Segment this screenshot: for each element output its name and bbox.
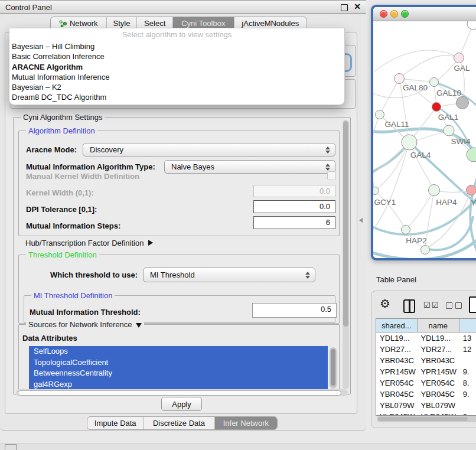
table-cell: 9. [459, 390, 476, 399]
algorithm-option[interactable]: Dream8 DC_TDC Algorithm [9, 92, 344, 102]
algorithm-option[interactable]: Mutual Information Inference [9, 72, 344, 82]
network-node-gal10[interactable] [430, 78, 439, 87]
network-node-gal[interactable] [454, 53, 464, 63]
settings-group-title: Cyni Algorithm Settings [21, 113, 105, 122]
table-cell: 13 [459, 334, 476, 343]
network-edge [406, 190, 434, 230]
scrollbar-thumb[interactable] [343, 121, 348, 327]
attribute-list-item[interactable]: SelfLoops [29, 346, 328, 357]
sources-toggle[interactable]: Sources for Network Inference [26, 320, 144, 329]
network-node-gal80[interactable] [395, 74, 405, 84]
table-cell: 12 [459, 345, 476, 354]
network-node[interactable] [467, 21, 476, 30]
settings-horizontal-scrollbar[interactable] [16, 389, 348, 396]
attribute-list-item[interactable]: gal4RGexp [29, 379, 328, 390]
scrollbar-thumb[interactable] [18, 390, 341, 396]
table-row[interactable]: YPR145WYPR145W9. [376, 366, 476, 377]
manual-kernel-checkbox[interactable] [327, 171, 336, 180]
network-node-hap2[interactable] [402, 226, 410, 234]
network-node-hap4[interactable] [429, 185, 440, 196]
table-row[interactable]: YLR345WYLR345W9. [376, 411, 476, 416]
tab-impute-data[interactable]: Impute Data [87, 417, 144, 429]
unchecked-pair-icon[interactable] [446, 302, 462, 309]
hub-definition-toggle[interactable]: Hub/Transcription Factor Definition [25, 239, 153, 247]
table-row[interactable]: YDL19...YDL19...13 [376, 332, 476, 344]
kernel-width-input[interactable]: 0.0 [253, 185, 335, 197]
network-node[interactable] [457, 97, 469, 109]
checked-pair-icon[interactable]: ☑☑ [423, 301, 439, 309]
data-attributes-list: SelfLoopsTopologicalCoefficientBetweenne… [29, 346, 328, 390]
table-row[interactable]: YER054CYER054C8. [376, 377, 476, 389]
table-row[interactable]: YBR043CYBR043C [376, 355, 476, 366]
network-node-gal11[interactable] [376, 110, 384, 119]
apply-button[interactable]: Apply [161, 397, 202, 411]
collapsed-panel-icon[interactable] [5, 444, 17, 450]
mi-threshold-input[interactable]: 0.5 [252, 303, 337, 318]
table-cell: YDL19... [417, 334, 459, 343]
algorithm-option[interactable]: Bayesian – K2 [9, 82, 344, 92]
attributes-scrollbar[interactable] [330, 347, 337, 389]
stepper-icon [303, 272, 312, 279]
dpi-tolerance-input[interactable]: 0.0 [253, 200, 335, 213]
scrollbar-thumb[interactable] [331, 349, 335, 386]
table-row[interactable]: YDR27...YDR27...12 [376, 344, 476, 355]
table-horizontal-scrollbar[interactable] [377, 416, 476, 422]
mac-close-button[interactable] [380, 10, 387, 18]
network-icon [59, 19, 67, 27]
mac-zoom-button[interactable] [401, 10, 409, 18]
mi-threshold-definition-group: MI Threshold Definition Mutual Informati… [24, 295, 335, 323]
network-window-titlebar[interactable] [373, 7, 476, 21]
table-header-row: shared...name [376, 319, 476, 332]
network-node[interactable] [421, 246, 430, 255]
scrollbar-thumb[interactable] [378, 417, 468, 421]
network-edge [373, 157, 375, 191]
tab-label: Select [144, 19, 165, 28]
table-body: YDL19...YDL19...13YDR27...YDR27...12YBR0… [376, 332, 476, 416]
network-node-swi4[interactable] [444, 125, 454, 136]
column-header[interactable] [459, 319, 476, 332]
network-node-gal4[interactable] [402, 135, 417, 150]
network-node[interactable] [432, 103, 441, 112]
tab-discretize-data[interactable]: Discretize Data [144, 417, 214, 429]
table-row[interactable]: YBL079WYBL079W [376, 400, 476, 411]
node-label: HAP4 [436, 198, 457, 207]
hub-definition-label: Hub/Transcription Factor Definition [25, 239, 144, 247]
node-label: GAL4 [410, 151, 431, 159]
panel-title: Control Panel [5, 3, 52, 12]
columns-icon[interactable] [403, 299, 415, 313]
network-node[interactable] [467, 148, 476, 162]
mac-minimize-button[interactable] [390, 10, 398, 18]
table-panel: ⚙ ☑☑ shared...name YDL19...YDL19...13YDR… [371, 291, 476, 428]
network-canvas[interactable]: GALGAL80GAL10GAL1GAL11SWI4GAL4GCY1HAP4YH… [373, 21, 476, 258]
tab-infer-network[interactable]: Infer Network [215, 417, 277, 429]
table-row[interactable]: YBR045CYBR045C9. [376, 389, 476, 400]
network-graph: GALGAL80GAL10GAL1GAL11SWI4GAL4GCY1HAP4YH… [373, 21, 476, 258]
document-icon[interactable] [469, 296, 476, 313]
algorithm-option[interactable]: Basic Correlation Inference [9, 51, 344, 61]
node-label: Y [471, 198, 476, 207]
aracne-mode-select[interactable]: Discovery [83, 143, 335, 156]
network-node-gcy1[interactable] [373, 187, 379, 195]
algorithm-option[interactable]: Bayesian – Hill Climbing [9, 41, 344, 51]
control-panel-titlebar[interactable]: Control Panel ✕ [0, 0, 366, 14]
float-window-icon[interactable] [341, 4, 348, 11]
which-threshold-select[interactable]: MI Threshold [143, 268, 315, 282]
tab-label: Infer Network [223, 419, 269, 428]
settings-vertical-scrollbar[interactable] [343, 120, 349, 389]
table-cell: YBR045C [376, 390, 417, 399]
network-node-y[interactable] [467, 185, 476, 195]
table-panel-title: Table Panel [376, 275, 416, 284]
mi-type-select[interactable]: Naive Bayes [164, 160, 335, 174]
table-cell: YPR145W [376, 367, 417, 376]
mi-steps-input[interactable]: 6 [253, 216, 335, 229]
kernel-width-label: Kernel Width (0,1): [26, 188, 94, 197]
column-header-shared[interactable]: shared... [376, 319, 418, 332]
attribute-list-item[interactable]: TopologicalCoefficient [29, 357, 328, 369]
close-icon[interactable]: ✕ [354, 2, 361, 11]
network-view-window: GALGAL80GAL10GAL1GAL11SWI4GAL4GCY1HAP4YH… [371, 5, 476, 260]
attribute-list-item[interactable]: BetweennessCentrality [29, 368, 328, 379]
gear-icon[interactable]: ⚙ [380, 298, 390, 309]
algorithm-option[interactable]: ARACNE Algorithm [9, 62, 344, 72]
column-header-name[interactable]: name [418, 319, 459, 332]
splitpane-arrow-icon[interactable] [359, 218, 363, 223]
